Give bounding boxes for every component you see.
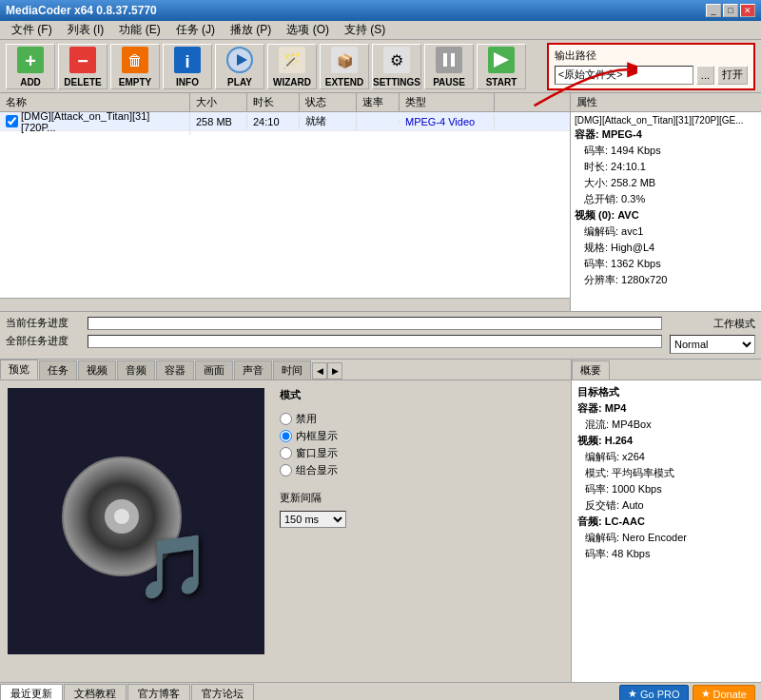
menu-list[interactable]: 列表 (I) <box>60 20 112 40</box>
mode-radio-group: 禁用 内框显示 窗口显示 组合显示 <box>280 412 346 477</box>
current-progress-bar <box>88 317 662 330</box>
mode-internal[interactable]: 内框显示 <box>280 429 346 443</box>
table-row[interactable]: [DMG][Attack_on_Titan][31][720P... 258 M… <box>0 112 570 131</box>
add-button[interactable]: + ADD <box>6 44 55 89</box>
news-tab-docs[interactable]: 文档教程 <box>64 684 127 700</box>
menu-support[interactable]: 支持 (S) <box>337 20 393 40</box>
delete-icon: − <box>68 45 98 75</box>
tab-container[interactable]: 容器 <box>156 360 194 379</box>
add-icon: + <box>15 45 46 75</box>
mode-window-radio[interactable] <box>280 447 292 459</box>
delete-button[interactable]: − DELETE <box>58 44 107 89</box>
gopro-button[interactable]: ★ Go PRO <box>619 685 689 700</box>
open-folder-button[interactable]: 打开 <box>717 66 748 85</box>
preview-area: 🎵 <box>8 388 264 654</box>
maximize-button[interactable]: □ <box>723 4 738 17</box>
work-mode-select[interactable]: Normal Batch Daemon <box>670 335 755 354</box>
news-tab-recent[interactable]: 最近更新 <box>0 684 63 700</box>
file-list-panel: 名称 大小 时长 状态 速率 类型 [DMG][Attack_on_Titan]… <box>0 93 571 311</box>
news-tab-blog[interactable]: 官方博客 <box>127 684 190 700</box>
wizard-button[interactable]: 🪄 WIZARD <box>267 44 317 89</box>
file-type-cell: MPEG-4 Video <box>400 114 495 129</box>
tabs-section: 预览 任务 视频 音频 容器 画面 声音 时间 ◀ ▶ <box>0 360 761 683</box>
mode-combined-label: 组合显示 <box>296 463 338 477</box>
extend-button[interactable]: 📦 EXTEND <box>320 44 369 89</box>
file-checkbox[interactable] <box>6 115 18 127</box>
pause-button[interactable]: PAUSE <box>424 44 474 89</box>
tab-nav-left[interactable]: ◀ <box>312 362 327 379</box>
summary-item: 编解码: x264 <box>576 449 757 465</box>
wizard-label: WIZARD <box>273 77 311 88</box>
properties-header: 属性 <box>571 93 761 112</box>
tab-task[interactable]: 任务 <box>39 360 77 379</box>
tab-audio[interactable]: 音频 <box>117 360 155 379</box>
tab-nav-right[interactable]: ▶ <box>327 362 342 379</box>
summary-item: 编解码: Nero Encoder <box>576 530 757 546</box>
tab-video[interactable]: 视频 <box>78 360 116 379</box>
svg-point-25 <box>114 509 129 524</box>
summary-item: 反交错: Auto <box>576 497 757 514</box>
prop-item: 码率: 1494 Kbps <box>573 143 759 159</box>
summary-item: 视频: H.264 <box>576 433 757 449</box>
menu-function[interactable]: 功能 (E) <box>111 20 167 40</box>
svg-rect-19 <box>451 53 455 67</box>
empty-button[interactable]: 🗑 EMPTY <box>110 44 160 89</box>
menu-file[interactable]: 文件 (F) <box>4 20 60 40</box>
mode-combined[interactable]: 组合显示 <box>280 463 346 477</box>
prop-item: 分辨率: 1280x720 <box>573 272 759 288</box>
minimize-button[interactable]: _ <box>706 4 721 17</box>
start-button[interactable]: START <box>477 44 526 89</box>
info-button[interactable]: i INFO <box>163 44 212 89</box>
mode-disabled[interactable]: 禁用 <box>280 412 346 426</box>
tab-preview[interactable]: 预览 <box>0 360 38 379</box>
horizontal-scrollbar[interactable] <box>0 298 570 311</box>
settings-label: SETTINGS <box>373 77 420 88</box>
file-list-body: [DMG][Attack_on_Titan][31][720P... 258 M… <box>0 112 570 298</box>
play-label: PLAY <box>227 77 252 88</box>
output-path-label: 输出路径 <box>555 49 748 63</box>
interval-label: 更新间隔 <box>280 491 322 505</box>
interval-select[interactable]: 150 ms 50 ms 100 ms 200 ms 500 ms <box>280 511 346 528</box>
mode-disabled-radio[interactable] <box>280 413 292 425</box>
donate-button[interactable]: ★ Donate <box>693 685 755 700</box>
summary-item: 容器: MP4 <box>576 400 757 417</box>
prop-filename: [DMG][Attack_on_Titan][31][720P][GE... <box>573 114 759 126</box>
browse-button[interactable]: ... <box>696 66 714 85</box>
news-section: 最近更新 文档教程 官方博客 官方论坛 ★ Go PRO ★ Donate [2… <box>0 683 761 700</box>
menu-options[interactable]: 选项 (O) <box>279 20 337 40</box>
info-icon: i <box>172 45 203 75</box>
col-header-dur: 时长 <box>247 93 300 111</box>
tab-sound[interactable]: 声音 <box>234 360 272 379</box>
wizard-icon: 🪄 <box>277 45 307 75</box>
delete-label: DELETE <box>64 77 101 88</box>
mode-window[interactable]: 窗口显示 <box>280 446 346 460</box>
output-path-area: 输出路径 ... 打开 <box>547 43 755 90</box>
prop-item: 码率: 1362 Kbps <box>573 256 759 272</box>
svg-rect-18 <box>443 53 447 67</box>
mode-internal-radio[interactable] <box>280 430 292 442</box>
summary-tab[interactable]: 概要 <box>572 360 610 379</box>
total-progress-bar <box>88 335 662 348</box>
output-path-input[interactable] <box>555 66 693 85</box>
file-list-header: 名称 大小 时长 状态 速率 类型 <box>0 93 570 112</box>
mode-combined-radio[interactable] <box>280 464 292 476</box>
svg-text:📦: 📦 <box>337 53 354 69</box>
progress-right: 工作模式 Normal Batch Daemon <box>670 316 755 355</box>
total-progress-row: 全部任务进度 <box>6 334 662 348</box>
left-panel: 预览 任务 视频 音频 容器 画面 声音 时间 ◀ ▶ <box>0 360 571 682</box>
summary-item: 目标格式 <box>576 384 757 400</box>
svg-text:+: + <box>25 50 36 71</box>
play-button[interactable]: PLAY <box>215 44 264 89</box>
tab-time[interactable]: 时间 <box>273 360 311 379</box>
menu-play[interactable]: 播放 (P) <box>223 20 279 40</box>
pause-icon <box>434 45 464 75</box>
settings-button[interactable]: ⚙ SETTINGS <box>372 44 421 89</box>
menu-bar: 文件 (F) 列表 (I) 功能 (E) 任务 (J) 播放 (P) 选项 (O… <box>0 21 761 40</box>
progress-left: 当前任务进度 全部任务进度 <box>6 316 662 355</box>
interval-row: 更新间隔 <box>280 491 346 505</box>
tab-picture[interactable]: 画面 <box>195 360 233 379</box>
mode-panel: 模式 禁用 内框显示 窗口显示 <box>272 380 354 682</box>
news-tab-forum[interactable]: 官方论坛 <box>191 684 254 700</box>
menu-task[interactable]: 任务 (J) <box>168 20 223 40</box>
close-button[interactable]: ✕ <box>740 4 755 17</box>
